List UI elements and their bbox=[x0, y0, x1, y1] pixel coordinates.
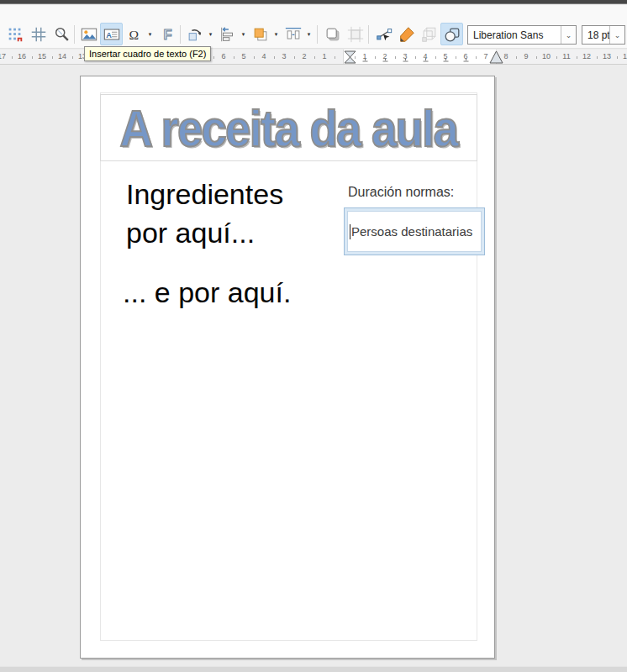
ruler-number: 11 bbox=[562, 50, 570, 64]
edit-points-button[interactable] bbox=[372, 23, 395, 45]
fontwork-button[interactable]: F bbox=[155, 23, 178, 45]
show-draw-functions-icon bbox=[443, 25, 461, 44]
ruler-number: 16 bbox=[18, 50, 26, 64]
align-dropdown[interactable]: ▾ bbox=[239, 23, 248, 45]
toolbar: A Ω ▾ F ▾ bbox=[0, 5, 627, 49]
gluepoints-button[interactable] bbox=[395, 23, 418, 45]
font-size-dropdown-icon[interactable]: ⌄ bbox=[609, 26, 624, 44]
ruler-number: 12 bbox=[582, 50, 591, 64]
separator bbox=[368, 25, 369, 44]
distribute-dropdown[interactable]: ▾ bbox=[304, 23, 314, 45]
tab-stop-mark bbox=[463, 55, 469, 64]
text-cursor bbox=[350, 224, 350, 239]
ruler-tick bbox=[72, 56, 73, 59]
ruler-number: 14 bbox=[58, 50, 66, 64]
crop-icon bbox=[346, 25, 365, 44]
svg-text:A: A bbox=[106, 30, 112, 39]
text-line: ... e por aquí. bbox=[123, 273, 291, 312]
scrollbar-strip[interactable] bbox=[0, 666, 627, 672]
ruler-tick bbox=[234, 56, 234, 59]
ruler-tick bbox=[32, 56, 33, 59]
align-objects-button[interactable] bbox=[216, 23, 239, 45]
tab-stop-mark bbox=[423, 55, 429, 64]
tooltip: Insertar cuadro de texto (F2) bbox=[84, 46, 211, 61]
insert-text-box-icon: A bbox=[103, 25, 121, 44]
crop-button[interactable] bbox=[344, 23, 366, 45]
font-size-value[interactable]: 18 pt bbox=[582, 29, 609, 41]
ruler-number: 14 bbox=[623, 50, 627, 64]
text-frame-ingredientes[interactable]: Ingredientes por aquí... bbox=[126, 175, 283, 252]
ruler-tick bbox=[536, 56, 537, 59]
insert-text-box-button[interactable]: A bbox=[100, 23, 123, 45]
display-grid-button[interactable] bbox=[3, 23, 26, 45]
ruler-tick bbox=[395, 56, 396, 59]
extrusion-button[interactable] bbox=[418, 23, 440, 45]
zoom-button[interactable] bbox=[50, 23, 73, 45]
ruler-tick bbox=[314, 56, 315, 59]
separator bbox=[180, 25, 181, 44]
rotate-icon bbox=[186, 25, 204, 44]
duracion-normas-label[interactable]: Duración normas: bbox=[348, 185, 454, 200]
ruler-number: 17 bbox=[0, 50, 6, 64]
ruler-number: 3 bbox=[282, 50, 286, 64]
ruler-number: 10 bbox=[542, 50, 551, 64]
arrange-dropdown[interactable]: ▾ bbox=[271, 23, 281, 45]
font-name-combobox[interactable]: Liberation Sans ⌄ bbox=[467, 25, 577, 45]
svg-text:Ω: Ω bbox=[129, 27, 139, 41]
ruler-tick bbox=[213, 56, 214, 59]
font-size-combobox[interactable]: 18 pt ⌄ bbox=[582, 25, 625, 45]
ruler-tick bbox=[516, 56, 517, 59]
rotate-button[interactable] bbox=[183, 23, 206, 45]
arrange-button[interactable] bbox=[249, 23, 271, 45]
font-name-value[interactable]: Liberation Sans bbox=[468, 29, 561, 41]
ruler-tick bbox=[597, 56, 598, 59]
special-character-button[interactable]: Ω bbox=[123, 23, 145, 45]
ruler-number: 8 bbox=[503, 50, 508, 64]
indent-marker-right[interactable] bbox=[489, 50, 503, 65]
tab-stop-mark bbox=[403, 55, 408, 64]
show-draw-functions-button[interactable] bbox=[440, 23, 463, 45]
extrusion-icon bbox=[420, 25, 439, 44]
shadow-icon bbox=[324, 25, 342, 44]
ruler-tick bbox=[435, 56, 436, 59]
text-line: Ingredientes bbox=[126, 175, 283, 213]
ruler-tick bbox=[456, 56, 456, 59]
separator bbox=[74, 25, 75, 44]
selected-text-box-inner[interactable]: Persoas destinatarias bbox=[347, 211, 482, 252]
ruler-tick bbox=[294, 56, 295, 59]
insert-image-button[interactable] bbox=[77, 23, 100, 45]
ruler-tick bbox=[375, 56, 376, 59]
indent-marker-left[interactable] bbox=[344, 50, 356, 65]
tab-stop-mark bbox=[382, 55, 388, 64]
ruler-number: 7 bbox=[483, 50, 487, 64]
ruler-tick bbox=[335, 56, 335, 59]
title-text-frame[interactable]: A receita da aula bbox=[100, 94, 477, 161]
separator bbox=[317, 25, 318, 44]
app-window: A Ω ▾ F ▾ bbox=[0, 0, 627, 672]
ruler-tick bbox=[617, 56, 618, 59]
text-frame-e-por-aqui[interactable]: ... e por aquí. bbox=[123, 273, 291, 312]
gluepoints-icon bbox=[398, 25, 416, 44]
textbox-text: Persoas destinatarias bbox=[351, 224, 472, 239]
font-name-dropdown-icon[interactable]: ⌄ bbox=[561, 26, 576, 44]
document-page[interactable]: A receita da aula Ingredientes por aquí.… bbox=[80, 76, 495, 659]
zoom-icon bbox=[53, 25, 71, 44]
ruler-number: 1 bbox=[322, 50, 326, 64]
helplines-icon bbox=[29, 25, 48, 44]
ruler-tick bbox=[476, 56, 477, 59]
distribute-icon bbox=[284, 25, 303, 44]
fontwork-icon: F bbox=[158, 25, 177, 44]
shadow-button[interactable] bbox=[321, 23, 344, 45]
ruler-tick bbox=[12, 56, 13, 59]
ruler-number: 9 bbox=[524, 50, 528, 64]
tooltip-text: Insertar cuadro de texto (F2) bbox=[89, 49, 206, 59]
ruler-tick bbox=[556, 56, 557, 59]
ruler-number: 4 bbox=[261, 50, 266, 64]
distribute-button[interactable] bbox=[282, 23, 304, 45]
selected-text-box[interactable]: Persoas destinatarias bbox=[344, 207, 485, 255]
special-character-dropdown[interactable]: ▾ bbox=[145, 23, 155, 45]
helplines-button[interactable] bbox=[27, 23, 50, 45]
ruler-number: 5 bbox=[241, 50, 245, 64]
rotate-dropdown[interactable]: ▾ bbox=[206, 23, 215, 45]
ruler-tick bbox=[415, 56, 416, 59]
